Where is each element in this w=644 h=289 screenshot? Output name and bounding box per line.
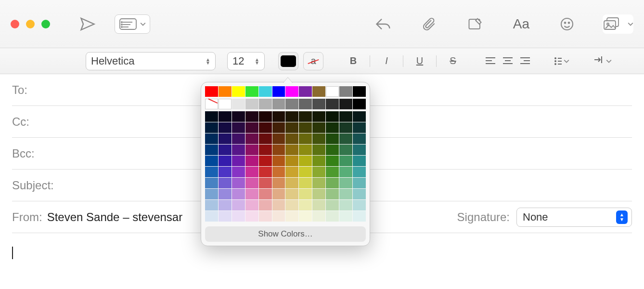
color-swatch-cell[interactable] <box>299 156 312 166</box>
markup-button[interactable] <box>465 14 485 34</box>
color-swatch-cell[interactable] <box>205 144 218 155</box>
color-swatch-cell[interactable] <box>219 122 232 133</box>
color-swatch-cell[interactable] <box>312 178 325 188</box>
attach-button[interactable] <box>420 14 439 34</box>
color-swatch-cell[interactable] <box>245 178 258 188</box>
color-swatch-cell[interactable] <box>219 86 232 97</box>
list-button[interactable] <box>554 57 569 66</box>
color-swatch-cell[interactable] <box>353 167 366 177</box>
color-swatch-cell[interactable] <box>205 99 218 109</box>
color-swatch-cell[interactable] <box>353 211 366 222</box>
color-swatch-cell[interactable] <box>312 211 325 222</box>
color-swatch-cell[interactable] <box>326 211 339 222</box>
color-swatch-cell[interactable] <box>232 111 245 122</box>
color-swatch-cell[interactable] <box>326 178 339 188</box>
emoji-button[interactable] <box>557 14 577 34</box>
color-swatch-cell[interactable] <box>245 99 258 109</box>
color-swatch-cell[interactable] <box>339 111 352 122</box>
color-swatch-cell[interactable] <box>245 111 258 122</box>
color-swatch-cell[interactable] <box>312 189 325 199</box>
color-swatch-cell[interactable] <box>353 178 366 188</box>
color-swatch-cell[interactable] <box>285 200 298 210</box>
align-left-button[interactable] <box>483 57 498 66</box>
indent-right-button[interactable] <box>593 55 603 66</box>
color-swatch-cell[interactable] <box>299 122 312 133</box>
color-swatch-cell[interactable] <box>205 156 218 166</box>
color-swatch-cell[interactable] <box>245 167 258 177</box>
color-swatch-cell[interactable] <box>232 99 245 109</box>
color-swatch-cell[interactable] <box>205 167 218 177</box>
show-colors-button[interactable]: Show Colors… <box>205 226 366 242</box>
color-swatch-cell[interactable] <box>326 167 339 177</box>
color-swatch-cell[interactable] <box>312 200 325 210</box>
color-swatch-cell[interactable] <box>285 178 298 188</box>
color-swatch-cell[interactable] <box>245 200 258 210</box>
color-swatch-cell[interactable] <box>312 99 325 109</box>
color-swatch-cell[interactable] <box>219 200 232 210</box>
color-swatch-cell[interactable] <box>205 122 218 133</box>
color-swatch-cell[interactable] <box>259 211 272 222</box>
color-swatch-cell[interactable] <box>205 133 218 144</box>
color-swatch-cell[interactable] <box>339 211 352 222</box>
color-swatch-cell[interactable] <box>285 111 298 122</box>
color-swatch-cell[interactable] <box>339 133 352 144</box>
minimize-window-button[interactable] <box>26 20 35 28</box>
color-swatch-cell[interactable] <box>272 144 285 155</box>
color-swatch-cell[interactable] <box>339 156 352 166</box>
color-swatch-cell[interactable] <box>326 200 339 210</box>
color-swatch-cell[interactable] <box>353 122 366 133</box>
color-swatch-cell[interactable] <box>205 111 218 122</box>
color-swatch-cell[interactable] <box>299 167 312 177</box>
color-swatch-cell[interactable] <box>312 86 325 97</box>
color-swatch-cell[interactable] <box>312 156 325 166</box>
color-swatch-cell[interactable] <box>285 211 298 222</box>
color-swatch-cell[interactable] <box>339 99 352 109</box>
color-swatch-cell[interactable] <box>232 189 245 199</box>
align-center-button[interactable] <box>500 57 515 66</box>
color-swatch-cell[interactable] <box>259 111 272 122</box>
color-swatch-cell[interactable] <box>272 200 285 210</box>
font-size-select[interactable]: 12 ▲▼ <box>227 52 265 70</box>
photo-browser-button[interactable] <box>603 14 633 34</box>
italic-button[interactable]: I <box>378 53 395 70</box>
color-swatch-cell[interactable] <box>285 133 298 144</box>
color-swatch-cell[interactable] <box>232 211 245 222</box>
color-swatch-cell[interactable] <box>232 167 245 177</box>
color-swatch-cell[interactable] <box>353 156 366 166</box>
color-swatch-cell[interactable] <box>259 86 272 97</box>
color-swatch-cell[interactable] <box>326 111 339 122</box>
align-right-button[interactable] <box>517 57 533 66</box>
color-swatch-cell[interactable] <box>326 86 339 97</box>
color-swatch-cell[interactable] <box>232 86 245 97</box>
color-swatch-cell[interactable] <box>259 178 272 188</box>
color-swatch-cell[interactable] <box>312 111 325 122</box>
color-swatch-cell[interactable] <box>272 122 285 133</box>
color-swatch-cell[interactable] <box>339 144 352 155</box>
color-swatch-cell[interactable] <box>232 133 245 144</box>
format-button[interactable]: Aa <box>511 14 531 34</box>
color-swatch-cell[interactable] <box>339 122 352 133</box>
color-swatch-cell[interactable] <box>326 144 339 155</box>
color-swatch-cell[interactable] <box>339 200 352 210</box>
color-swatch-cell[interactable] <box>232 200 245 210</box>
zoom-window-button[interactable] <box>41 20 50 28</box>
color-swatch-cell[interactable] <box>285 144 298 155</box>
color-swatch-cell[interactable] <box>259 189 272 199</box>
color-swatch-cell[interactable] <box>272 99 285 109</box>
text-strike-color-button[interactable]: a <box>303 52 323 70</box>
color-swatch-cell[interactable] <box>312 167 325 177</box>
color-swatch-cell[interactable] <box>339 167 352 177</box>
signature-select[interactable]: None ▲▼ <box>516 208 632 227</box>
color-swatch-cell[interactable] <box>299 86 312 97</box>
color-swatch-cell[interactable] <box>299 144 312 155</box>
color-swatch-cell[interactable] <box>272 211 285 222</box>
send-button[interactable] <box>77 14 98 34</box>
color-swatch-cell[interactable] <box>285 122 298 133</box>
text-color-button[interactable] <box>278 52 298 70</box>
color-swatch-cell[interactable] <box>259 156 272 166</box>
color-swatch-cell[interactable] <box>245 144 258 155</box>
color-swatch-cell[interactable] <box>245 156 258 166</box>
bold-button[interactable]: B <box>345 53 362 70</box>
color-swatch-cell[interactable] <box>326 156 339 166</box>
color-swatch-cell[interactable] <box>299 111 312 122</box>
